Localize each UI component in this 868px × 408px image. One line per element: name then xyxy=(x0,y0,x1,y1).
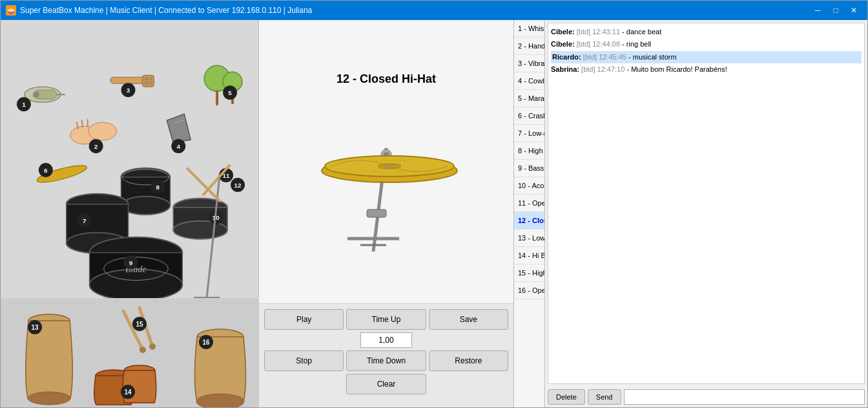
window-title: Super BeatBox Machine | Music Client | C… xyxy=(20,6,312,15)
seq-label-2: 2 - Hand Clap xyxy=(514,42,544,50)
tempo-display: 1,00 xyxy=(360,332,412,348)
num-label-8: 8 xyxy=(156,184,160,191)
num-label-5: 5 xyxy=(228,89,232,96)
mid-btn-row: Stop Time Down Restore xyxy=(264,350,508,371)
seq-row-15[interactable]: 15 - High Agogo xyxy=(514,264,544,282)
instrument-display: 12 - Closed Hi-Hat xyxy=(259,20,513,304)
instrument-image: HHX xyxy=(296,96,477,252)
seq-label-4: 4 - Cowbell xyxy=(514,77,544,85)
chat-tag-2: [btd] 12:45:45 xyxy=(583,53,626,61)
num-label-12: 12 xyxy=(234,182,242,189)
time-down-button[interactable]: Time Down xyxy=(346,350,426,371)
seq-row-6[interactable]: 6 - Crash Cymbal xyxy=(514,107,544,125)
middle-panel: 12 - Closed Hi-Hat xyxy=(259,20,514,407)
chat-sender-3: Sabrina: xyxy=(551,65,581,73)
tempo-row: 1,00 xyxy=(264,332,508,348)
svg-point-50 xyxy=(140,347,146,353)
num-label-1: 1 xyxy=(22,101,26,108)
chat-messages: Cibele: [btd] 12:43:11 - dance beatCibel… xyxy=(548,23,865,384)
chat-section: Cibele: [btd] 12:43:11 - dance beatCibel… xyxy=(544,20,867,407)
seq-and-chat: 1 - Whistle2 - Hand Clap3 - Vibraslap4 -… xyxy=(514,20,867,407)
seq-label-13: 13 - Low Conga xyxy=(514,234,544,242)
seq-label-9: 9 - Bass Drum xyxy=(514,164,544,172)
num-label-9: 9 xyxy=(129,259,133,266)
seq-label-7: 7 - Low-mid Tom xyxy=(514,129,544,137)
close-button[interactable]: ✕ xyxy=(845,4,862,17)
hihat-svg: HHX xyxy=(296,96,477,252)
controls-area: Play Time Up Save 1,00 Stop Time Down Re… xyxy=(259,304,513,407)
svg-point-51 xyxy=(149,343,156,350)
chat-sender-0: Cibele: xyxy=(551,28,577,36)
drum-kit-svg: 1 2 xyxy=(1,20,258,298)
seq-label-14: 14 - Hi Bongo xyxy=(514,252,544,259)
send-button[interactable]: Send xyxy=(588,389,621,405)
seq-row-13[interactable]: 13 - Low Conga xyxy=(514,230,544,247)
restore-button[interactable]: Restore xyxy=(429,350,508,371)
save-button[interactable]: Save xyxy=(429,309,508,330)
main-window: 🥁 Super BeatBox Machine | Music Client |… xyxy=(0,0,868,408)
seq-label-6: 6 - Crash Cymbal xyxy=(514,112,544,120)
svg-point-14 xyxy=(145,81,147,84)
seq-row-4[interactable]: 4 - Cowbell xyxy=(514,72,544,90)
title-bar: 🥁 Super BeatBox Machine | Music Client |… xyxy=(1,1,867,20)
seq-row-12[interactable]: 12 - Closed Hi-Hat xyxy=(514,212,544,230)
title-bar-left: 🥁 Super BeatBox Machine | Music Client |… xyxy=(6,5,312,16)
top-btn-row: Play Time Up Save xyxy=(264,309,508,330)
svg-point-12 xyxy=(145,78,147,80)
chat-tag-0: [btd] 12:43:11 xyxy=(577,28,620,36)
seq-label-1: 1 - Whistle xyxy=(514,25,544,32)
seq-row-11[interactable]: 11 - Open Hi-Hat xyxy=(514,195,544,212)
svg-point-6 xyxy=(88,122,117,140)
seq-label-5: 5 - Maracas xyxy=(514,94,544,102)
chat-message-1: Cibele: [btd] 12:44:08 - ring bell xyxy=(551,38,862,50)
seq-row-1[interactable]: 1 - Whistle xyxy=(514,20,544,38)
instrument-9[interactable]: Blade xyxy=(90,237,183,298)
svg-line-8 xyxy=(82,120,83,127)
time-up-button[interactable]: Time Up xyxy=(346,309,426,330)
seq-row-16[interactable]: 16 - Open Hi Conga xyxy=(514,282,544,299)
seq-row-2[interactable]: 2 - Hand Clap xyxy=(514,38,544,55)
maximize-button[interactable]: □ xyxy=(827,4,844,17)
title-bar-controls: ─ □ ✕ xyxy=(809,4,862,17)
seq-row-8[interactable]: 8 - High Tom xyxy=(514,142,544,160)
chat-text-3: - Muito bom Ricardo! Parabéns! xyxy=(625,65,727,73)
chat-sender-1: Cibele: xyxy=(551,40,577,48)
num-label-7: 7 xyxy=(83,217,87,224)
seq-row-3[interactable]: 3 - Vibraslap xyxy=(514,55,544,72)
seq-row-14[interactable]: 14 - Hi Bongo xyxy=(514,247,544,264)
chat-text-1: - ring bell xyxy=(620,40,651,48)
app-icon: 🥁 xyxy=(6,5,16,16)
clear-button[interactable]: Clear xyxy=(346,374,427,394)
instrument-title: 12 - Closed Hi-Hat xyxy=(336,72,436,86)
seq-label-3: 3 - Vibraslap xyxy=(514,59,544,67)
seq-row-7[interactable]: 7 - Low-mid Tom xyxy=(514,125,544,142)
svg-point-53 xyxy=(196,394,244,407)
sequencer-section: 1 - Whistle2 - Hand Clap3 - Vibraslap4 -… xyxy=(514,20,544,407)
seq-row-10[interactable]: 10 - Acoustic Snare xyxy=(514,177,544,195)
minimize-button[interactable]: ─ xyxy=(809,4,826,17)
stop-button[interactable]: Stop xyxy=(264,350,344,371)
chat-message-3: Sabrina: [btd] 12:47:10 - Muito bom Rica… xyxy=(551,63,862,76)
seq-row-5[interactable]: 5 - Maracas xyxy=(514,90,544,107)
chat-input[interactable] xyxy=(624,389,865,405)
svg-rect-56 xyxy=(367,209,386,217)
svg-point-4 xyxy=(33,91,39,98)
seq-row-9[interactable]: 9 - Bass Drum xyxy=(514,160,544,177)
svg-point-45 xyxy=(28,392,70,405)
sequencer-rows: 1 - Whistle2 - Hand Clap3 - Vibraslap4 -… xyxy=(514,20,544,407)
num-label-3: 3 xyxy=(127,87,130,94)
chat-text-0: - dance beat xyxy=(620,28,661,36)
right-panel: 1 - Whistle2 - Hand Clap3 - Vibraslap4 -… xyxy=(514,20,867,407)
main-content: 1 2 xyxy=(1,20,867,407)
num-label-13: 13 xyxy=(31,324,39,331)
play-button[interactable]: Play xyxy=(264,309,344,330)
chat-sender-2: Ricardo: xyxy=(552,53,583,61)
instrument-14[interactable] xyxy=(94,365,156,405)
drum-kit-panel: 1 2 xyxy=(1,20,259,407)
bot-btn-row: Clear xyxy=(264,374,508,394)
chat-bottom: Delete Send xyxy=(545,387,867,407)
seq-label-12: 12 - Closed Hi-Hat xyxy=(514,217,544,224)
delete-button[interactable]: Delete xyxy=(548,389,585,405)
chat-message-2: Ricardo: [btd] 12:45:45 - musical storm xyxy=(551,51,862,63)
seq-label-8: 8 - High Tom xyxy=(514,147,544,155)
